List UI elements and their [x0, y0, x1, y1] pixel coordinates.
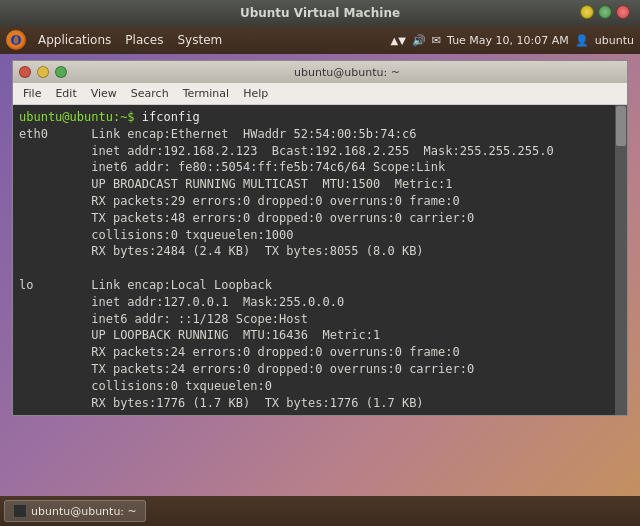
top-panel: Applications Places System ▲▼ 🔊 ✉ Tue Ma…	[0, 26, 640, 54]
menu-search[interactable]: Search	[125, 85, 175, 102]
menu-help[interactable]: Help	[237, 85, 274, 102]
email-icon[interactable]: ✉	[432, 34, 441, 47]
window-titlebar: Ubuntu Virtual Machine	[0, 0, 640, 26]
terminal-titlebar: ubuntu@ubuntu: ~	[13, 61, 627, 83]
username-display[interactable]: ubuntu	[595, 34, 634, 47]
menu-terminal[interactable]: Terminal	[177, 85, 236, 102]
terminal-minimize-button[interactable]	[37, 66, 49, 78]
terminal-scrollbar[interactable]	[615, 105, 627, 415]
taskbar-terminal-item[interactable]: ubuntu@ubuntu: ~	[4, 500, 146, 522]
firefox-icon[interactable]	[6, 30, 26, 50]
bottom-taskbar: ubuntu@ubuntu: ~	[0, 496, 640, 526]
system-menu[interactable]: System	[171, 31, 228, 49]
restore-button[interactable]	[598, 5, 612, 19]
scroll-up-icon: ▲▼	[390, 35, 405, 46]
close-button[interactable]	[616, 5, 630, 19]
terminal-close-button[interactable]	[19, 66, 31, 78]
terminal-body[interactable]: ubuntu@ubuntu:~$ ifconfig eth0 Link enca…	[13, 105, 627, 415]
menu-file[interactable]: File	[17, 85, 47, 102]
window-title: Ubuntu Virtual Machine	[8, 6, 632, 20]
taskbar-terminal-label: ubuntu@ubuntu: ~	[31, 505, 137, 518]
terminal-menubar: File Edit View Search Terminal Help	[13, 83, 627, 105]
terminal-window: ubuntu@ubuntu: ~ File Edit View Search T…	[12, 60, 628, 416]
terminal-maximize-button[interactable]	[55, 66, 67, 78]
menu-edit[interactable]: Edit	[49, 85, 82, 102]
menu-view[interactable]: View	[85, 85, 123, 102]
places-menu[interactable]: Places	[119, 31, 169, 49]
taskbar-terminal-icon	[13, 504, 27, 518]
applications-menu[interactable]: Applications	[32, 31, 117, 49]
datetime-display[interactable]: Tue May 10, 10:07 AM	[447, 34, 569, 47]
minimize-button[interactable]	[580, 5, 594, 19]
user-icon: 👤	[575, 34, 589, 47]
terminal-output: ubuntu@ubuntu:~$ ifconfig eth0 Link enca…	[19, 109, 621, 415]
terminal-title: ubuntu@ubuntu: ~	[73, 66, 621, 79]
volume-icon[interactable]: 🔊	[412, 34, 426, 47]
